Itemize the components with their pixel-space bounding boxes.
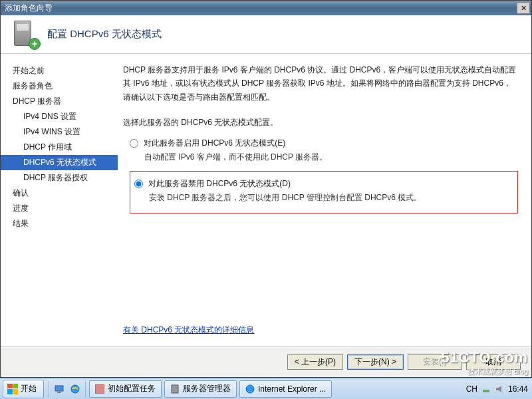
svg-rect-0 bbox=[55, 386, 63, 391]
prompt-text: 选择此服务器的 DHCPv6 无状态模式配置。 bbox=[123, 117, 518, 128]
radio-enable-input[interactable] bbox=[130, 139, 138, 148]
radio-enable-description: 自动配置 IPv6 客户端，而不使用此 DHCP 服务器。 bbox=[144, 152, 518, 167]
radio-enable-label: 对此服务器启用 DHCPv6 无状态模式(E) bbox=[144, 138, 285, 149]
close-button[interactable]: ✕ bbox=[517, 2, 530, 14]
description-text: DHCP 服务器支持用于服务 IPv6 客户端的 DHCPv6 协议。通过 DH… bbox=[123, 63, 518, 104]
taskbar: 开始 初始配置任务 服务器管理器 Internet Explorer ... C… bbox=[0, 378, 532, 399]
close-icon: ✕ bbox=[521, 4, 527, 13]
content-spacer bbox=[123, 213, 518, 325]
ie-icon bbox=[70, 384, 80, 394]
nav-results[interactable]: 结果 bbox=[1, 216, 118, 231]
svg-rect-3 bbox=[95, 384, 104, 394]
wizard-header: + 配置 DHCPv6 无状态模式 bbox=[1, 15, 531, 54]
install-button: 安装(I) bbox=[408, 354, 462, 370]
radio-enable-stateless[interactable]: 对此服务器启用 DHCPv6 无状态模式(E) bbox=[130, 135, 518, 152]
nav-ipv4-dns[interactable]: IPv4 DNS 设置 bbox=[1, 109, 118, 124]
nav-server-roles[interactable]: 服务器角色 bbox=[1, 78, 118, 94]
wizard-body: 开始之前 服务器角色 DHCP 服务器 IPv4 DNS 设置 IPv4 WIN… bbox=[1, 54, 531, 346]
radio-disable-stateless[interactable]: 对此服务器禁用 DHCPv6 无状态模式(D) bbox=[134, 176, 513, 192]
wizard-content: DHCP 服务器支持用于服务 IPv6 客户端的 DHCPv6 协议。通过 DH… bbox=[118, 54, 531, 346]
server-role-icon: + bbox=[14, 21, 38, 49]
ie-task-icon bbox=[245, 384, 255, 394]
nav-ipv4-wins[interactable]: IPv4 WINS 设置 bbox=[1, 124, 118, 140]
nav-dhcp-authorize[interactable]: DHCP 服务器授权 bbox=[1, 170, 118, 186]
start-label: 开始 bbox=[21, 383, 37, 394]
system-tray: CH 16:44 bbox=[462, 384, 532, 394]
nav-confirm[interactable]: 确认 bbox=[1, 186, 118, 201]
tray-network-icon[interactable] bbox=[481, 384, 491, 394]
selected-option-highlight: 对此服务器禁用 DHCPv6 无状态模式(D) 安装 DHCP 服务器之后，您可… bbox=[130, 171, 518, 213]
quick-launch-desktop[interactable] bbox=[52, 382, 66, 396]
server-manager-icon bbox=[170, 384, 180, 394]
quick-launch-ie[interactable] bbox=[68, 382, 82, 396]
nav-before-begin[interactable]: 开始之前 bbox=[1, 63, 118, 78]
taskbar-separator-2 bbox=[85, 381, 86, 397]
wizard-window: 添加角色向导 ✕ + 配置 DHCPv6 无状态模式 开始之前 服务器角色 DH… bbox=[0, 0, 532, 378]
tray-lang-icon[interactable]: CH bbox=[466, 384, 477, 394]
task-icon bbox=[95, 384, 104, 394]
task-server-manager[interactable]: 服务器管理器 bbox=[164, 380, 237, 398]
svg-point-2 bbox=[71, 385, 79, 393]
radio-disable-input[interactable] bbox=[134, 180, 143, 188]
taskbar-separator bbox=[49, 381, 49, 397]
start-button[interactable]: 开始 bbox=[3, 380, 44, 398]
windows-logo-icon bbox=[7, 384, 18, 394]
nav-dhcp-server[interactable]: DHCP 服务器 bbox=[1, 94, 118, 109]
svg-rect-1 bbox=[57, 392, 61, 393]
page-title: 配置 DHCPv6 无状态模式 bbox=[47, 28, 162, 41]
nav-dhcpv6-stateless[interactable]: DHCPv6 无状态模式 bbox=[1, 155, 118, 170]
wizard-nav: 开始之前 服务器角色 DHCP 服务器 IPv4 DNS 设置 IPv4 WIN… bbox=[1, 54, 118, 346]
nav-dhcp-scope[interactable]: DHCP 作用域 bbox=[1, 140, 118, 155]
radio-disable-label: 对此服务器禁用 DHCPv6 无状态模式(D) bbox=[148, 178, 291, 190]
next-button[interactable]: 下一步(N) > bbox=[347, 354, 404, 370]
task-label: 初始配置任务 bbox=[108, 383, 156, 394]
tray-volume-icon[interactable] bbox=[495, 384, 504, 394]
titlebar-text: 添加角色向导 bbox=[5, 3, 517, 14]
titlebar[interactable]: 添加角色向导 ✕ bbox=[1, 1, 531, 15]
tray-clock[interactable]: 16:44 bbox=[508, 384, 528, 394]
more-info-link[interactable]: 有关 DHCPv6 无状态模式的详细信息 bbox=[123, 325, 518, 336]
task-label: 服务器管理器 bbox=[183, 383, 231, 394]
task-label: Internet Explorer ... bbox=[258, 384, 326, 394]
radio-group: 对此服务器启用 DHCPv6 无状态模式(E) 自动配置 IPv6 客户端，而不… bbox=[130, 135, 518, 213]
radio-disable-description: 安装 DHCP 服务器之后，您可以使用 DHCP 管理控制台配置 DHCPv6 … bbox=[149, 192, 513, 207]
task-internet-explorer[interactable]: Internet Explorer ... bbox=[239, 380, 332, 398]
task-initial-config[interactable]: 初始配置任务 bbox=[89, 380, 162, 398]
cancel-button[interactable]: 取消 bbox=[466, 354, 521, 370]
svg-rect-4 bbox=[172, 385, 178, 393]
svg-marker-7 bbox=[496, 386, 501, 392]
desktop-icon bbox=[55, 384, 64, 394]
svg-point-5 bbox=[246, 385, 254, 393]
nav-progress[interactable]: 进度 bbox=[1, 201, 118, 216]
prev-button[interactable]: < 上一步(P) bbox=[287, 354, 343, 370]
svg-rect-6 bbox=[483, 390, 489, 392]
wizard-footer: < 上一步(P) 下一步(N) > 安装(I) 取消 bbox=[1, 346, 531, 377]
